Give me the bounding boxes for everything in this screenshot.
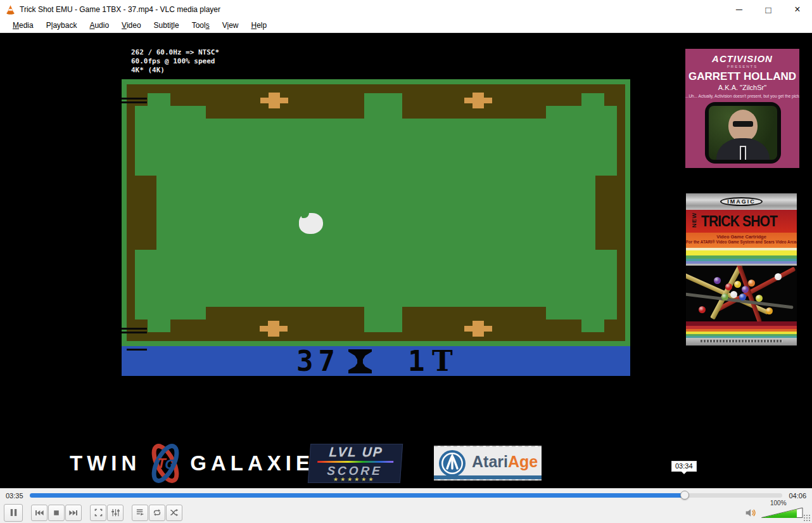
cue-stick: [122, 98, 147, 100]
seek-bar[interactable]: [30, 493, 783, 498]
seek-time-tooltip: 03:34: [671, 461, 697, 472]
fullscreen-icon: [94, 508, 103, 517]
cue-stick: [122, 332, 147, 333]
playlist-button[interactable]: [132, 505, 148, 521]
controls-row: 100%: [0, 502, 812, 523]
loop-icon: [152, 508, 162, 517]
player-indicator: T: [432, 346, 453, 376]
lvlup-score-logo: LVL UP SCORE ★★★★★★: [308, 444, 403, 483]
next-button[interactable]: [65, 505, 82, 521]
score-value: 37: [296, 346, 340, 376]
player-name: GARRETT HOLLAND: [685, 70, 799, 83]
score-band: 37 1 T: [122, 346, 630, 376]
menu-tools[interactable]: Tools: [186, 20, 216, 32]
player-photo: [705, 102, 781, 164]
menu-media[interactable]: Media: [6, 20, 40, 32]
shuffle-button[interactable]: [166, 505, 182, 521]
volume-cluster: 100%: [745, 502, 803, 523]
seek-fill: [30, 493, 685, 498]
volume-label: 100%: [770, 500, 787, 507]
volume-slider[interactable]: 100%: [761, 507, 803, 518]
table-felt: [156, 119, 595, 307]
atariage-strip: [434, 475, 542, 479]
loop-button[interactable]: [149, 505, 165, 521]
volume-fill: [761, 507, 797, 518]
sunglasses: [733, 121, 753, 127]
stop-button[interactable]: [48, 505, 65, 521]
box-photo-pool-balls: [686, 266, 797, 321]
seek-row: 03:35 04:06: [0, 488, 812, 502]
playlist-icon: [136, 508, 145, 517]
speaker-icon[interactable]: [745, 508, 758, 518]
cue-stick: [122, 328, 147, 330]
cue-stick: [122, 101, 147, 103]
twin-galaxies-logo: TWIN T G GALAXIES: [70, 444, 293, 483]
fullscreen-button[interactable]: [90, 505, 106, 521]
activision-wordmark: ACTIVISION: [685, 53, 799, 64]
rail-marker-icon: [260, 321, 288, 337]
vlc-window: Trick Shot EMU - Game 1TBX - 37.mp4 - VL…: [0, 0, 812, 523]
trophy-icon: [348, 349, 372, 373]
close-button[interactable]: ×: [783, 0, 812, 19]
menu-subtitle[interactable]: Subtitle: [148, 20, 186, 32]
trick-shot-box-art: IMAGIC NEW TRICK SHOT Video Game Cartrid…: [686, 193, 797, 351]
resize-grip[interactable]: [803, 514, 810, 521]
pause-button[interactable]: [4, 504, 23, 522]
seek-handle[interactable]: [680, 491, 689, 500]
total-time: 04:06: [789, 492, 806, 500]
menu-audio[interactable]: Audio: [83, 20, 115, 32]
activision-card: ACTIVISION PRESENTS GARRETT HOLLAND A.K.…: [685, 49, 799, 168]
title-bar[interactable]: Trick Shot EMU - Game 1TBX - 37.mp4 - VL…: [0, 0, 812, 19]
atariage-logo: AtariAge: [434, 446, 542, 481]
rail-marker-icon: [260, 93, 288, 108]
player-score: 1: [408, 346, 425, 376]
menu-playback[interactable]: Playback: [40, 20, 84, 32]
menu-view[interactable]: View: [216, 20, 245, 32]
extended-settings-button[interactable]: [107, 505, 124, 521]
rainbow-bar: [317, 461, 393, 463]
menu-help[interactable]: Help: [244, 20, 273, 32]
menu-bar: Media Playback Audio Video Subtitle Tool…: [0, 19, 812, 33]
stars: ★★★★★★: [333, 476, 376, 482]
previous-button[interactable]: [31, 505, 48, 521]
video-area[interactable]: 262 / 60.0Hz => NTSC* 60.0fps @ 100% spe…: [0, 33, 812, 488]
stop-icon: [53, 509, 60, 517]
twin-galaxies-atom-icon: T G: [142, 442, 189, 484]
window-title: Trick Shot EMU - Game 1TBX - 37.mp4 - VL…: [20, 5, 220, 14]
box-title: TRICK SHOT: [701, 213, 777, 230]
minimize-button[interactable]: ─: [725, 0, 754, 19]
box-fine-print: [701, 340, 783, 342]
menu-video[interactable]: Video: [115, 20, 147, 32]
previous-icon: [34, 509, 44, 517]
vlc-cone-icon: [5, 4, 16, 15]
cue-ball: [299, 213, 323, 234]
pause-icon: [9, 508, 18, 517]
atariage-fuji-icon: [438, 449, 467, 478]
equalizer-icon: [111, 508, 120, 517]
shuffle-icon: [169, 508, 179, 517]
rail-marker-icon: [464, 93, 492, 108]
emulator-osd-text: 262 / 60.0Hz => NTSC* 60.0fps @ 100% spe…: [131, 48, 219, 75]
game-screen: 37 1 T: [122, 79, 630, 376]
imagic-logo: IMAGIC: [720, 197, 763, 206]
rail-marker-icon: [464, 321, 492, 337]
next-icon: [68, 509, 79, 517]
maximize-button[interactable]: □: [754, 0, 783, 19]
elapsed-time: 03:35: [6, 492, 23, 500]
